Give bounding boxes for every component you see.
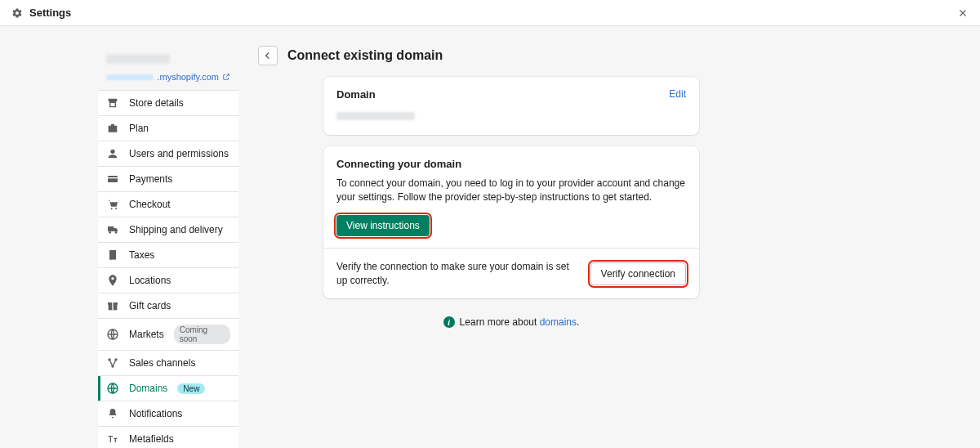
edit-domain-link[interactable]: Edit bbox=[669, 88, 686, 100]
svg-point-4 bbox=[115, 208, 117, 209]
sidebar-item-markets[interactable]: Markets Coming soon bbox=[98, 319, 238, 351]
sidebar-item-store-details[interactable]: Store details bbox=[98, 91, 238, 116]
bell-icon bbox=[106, 407, 119, 420]
nodes-icon bbox=[106, 356, 119, 370]
view-instructions-button[interactable]: View instructions bbox=[336, 215, 430, 236]
learn-more-row: i Learn more about domains. bbox=[323, 310, 699, 352]
verify-row: Verify the connection to make sure your … bbox=[323, 249, 699, 299]
svg-rect-2 bbox=[108, 177, 118, 178]
sidebar-item-notifications[interactable]: Notifications bbox=[98, 401, 238, 427]
connect-card: Connecting your domain To connect your d… bbox=[323, 146, 699, 298]
sidebar-item-locations[interactable]: Locations bbox=[98, 268, 238, 293]
cart-icon bbox=[106, 198, 119, 211]
store-name-placeholder bbox=[106, 54, 170, 64]
store-subdomain-placeholder bbox=[106, 74, 154, 80]
topbar-left: Settings bbox=[11, 7, 71, 19]
domain-card: Domain Edit bbox=[323, 77, 699, 135]
sidebar-item-plan[interactable]: Plan bbox=[98, 116, 238, 141]
topbar: Settings bbox=[0, 0, 980, 26]
cards-column: Domain Edit Connecting your domain To co… bbox=[323, 77, 699, 352]
gear-icon bbox=[11, 7, 23, 19]
verify-connection-button[interactable]: Verify connection bbox=[590, 262, 686, 285]
connect-card-title: Connecting your domain bbox=[336, 158, 686, 170]
pin-icon bbox=[106, 274, 119, 287]
globe-icon bbox=[106, 328, 119, 341]
sidebar-item-checkout[interactable]: Checkout bbox=[98, 192, 238, 217]
truck-icon bbox=[106, 223, 119, 236]
card-icon bbox=[106, 172, 119, 186]
svg-point-6 bbox=[115, 231, 118, 234]
info-icon: i bbox=[443, 316, 455, 328]
store-domain-link[interactable]: .myshopify.com bbox=[106, 72, 230, 82]
sidebar-item-users[interactable]: Users and permissions bbox=[98, 141, 238, 167]
sidebar-item-shipping[interactable]: Shipping and delivery bbox=[98, 217, 238, 243]
settings-nav: Store details Plan Users and permissions… bbox=[98, 90, 238, 448]
close-icon[interactable] bbox=[957, 7, 969, 19]
globe-icon bbox=[106, 382, 119, 395]
domain-value-placeholder bbox=[336, 112, 415, 120]
receipt-icon bbox=[106, 249, 119, 262]
page-header: Connect existing domain bbox=[258, 46, 882, 65]
sidebar-item-payments[interactable]: Payments bbox=[98, 167, 238, 192]
sidebar-item-gift-cards[interactable]: Gift cards bbox=[98, 293, 238, 319]
topbar-title: Settings bbox=[29, 7, 71, 19]
svg-rect-9 bbox=[112, 302, 113, 310]
store-domain-suffix: .myshopify.com bbox=[157, 72, 219, 82]
sidebar-item-sales-channels[interactable]: Sales channels bbox=[98, 351, 238, 376]
type-icon bbox=[106, 432, 119, 446]
settings-sidebar: .myshopify.com Store details Plan bbox=[98, 46, 238, 448]
content-area: .myshopify.com Store details Plan bbox=[0, 26, 980, 448]
svg-rect-1 bbox=[108, 176, 118, 182]
gift-icon bbox=[106, 299, 119, 312]
sidebar-item-domains[interactable]: Domains New bbox=[98, 376, 238, 401]
page-title: Connect existing domain bbox=[287, 48, 443, 63]
domain-card-title: Domain bbox=[336, 88, 376, 101]
new-badge: New bbox=[177, 383, 205, 394]
briefcase-icon bbox=[106, 122, 119, 135]
external-link-icon bbox=[222, 73, 230, 81]
back-button[interactable] bbox=[258, 46, 278, 65]
main-content: Connect existing domain Domain Edit Conn… bbox=[258, 46, 882, 448]
verify-text: Verify the connection to make sure your … bbox=[336, 260, 579, 288]
learn-more-text: Learn more about domains. bbox=[460, 316, 580, 328]
user-icon bbox=[106, 147, 119, 160]
store-block: .myshopify.com bbox=[98, 46, 238, 85]
svg-point-0 bbox=[110, 150, 114, 154]
svg-point-5 bbox=[109, 231, 111, 234]
domains-help-link[interactable]: domains bbox=[540, 316, 577, 328]
store-icon bbox=[106, 96, 119, 110]
domain-card-header: Domain Edit bbox=[336, 88, 686, 101]
columns: .myshopify.com Store details Plan bbox=[98, 46, 882, 448]
connect-card-body: To connect your domain, you need to log … bbox=[336, 177, 686, 205]
sidebar-item-taxes[interactable]: Taxes bbox=[98, 243, 238, 268]
svg-point-3 bbox=[111, 208, 113, 209]
coming-soon-badge: Coming soon bbox=[174, 325, 230, 344]
sidebar-item-metafields[interactable]: Metafields bbox=[98, 427, 238, 448]
